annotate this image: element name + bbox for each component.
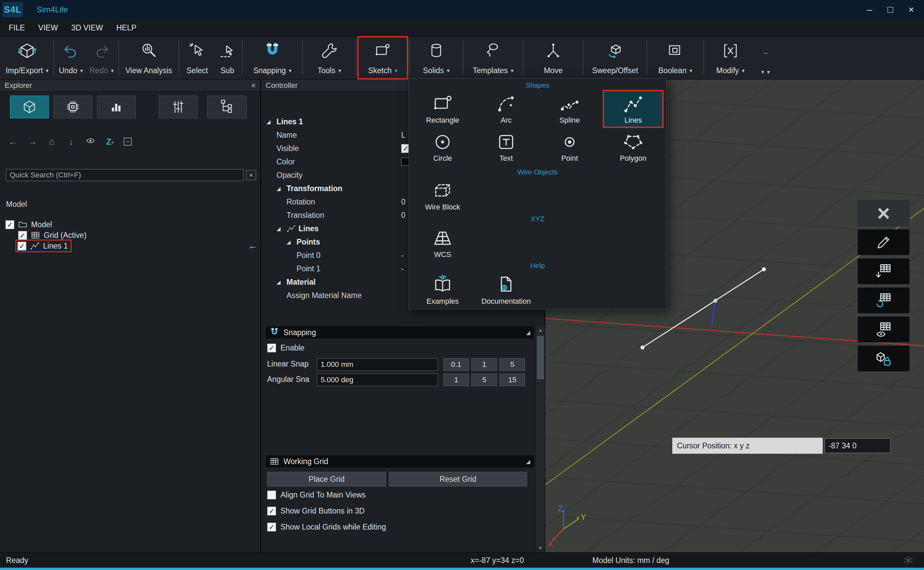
line-point-1[interactable]	[762, 267, 766, 271]
line-point-0[interactable]	[640, 345, 645, 349]
grid-reset-button[interactable]	[858, 287, 910, 313]
tree-row-lines-1[interactable]: ✓ Lines 1	[15, 241, 72, 251]
home-icon[interactable]: ⌂	[46, 136, 57, 147]
checkbox[interactable]: ✓	[267, 343, 276, 352]
chevron-down-icon[interactable]: ▾	[690, 67, 692, 74]
grid-place-button[interactable]	[858, 258, 910, 284]
prop-value[interactable]: 0	[401, 211, 405, 220]
expander-icon[interactable]: ◢	[266, 119, 276, 125]
chevron-down-icon[interactable]: ▾	[767, 69, 770, 75]
clear-search-icon[interactable]: ×	[246, 170, 256, 180]
angular-step-button[interactable]: 1	[443, 374, 469, 386]
checkbox[interactable]: ✓	[5, 220, 14, 229]
menu-item-examples[interactable]: Examples	[413, 272, 472, 308]
toolbar-boolean[interactable]: Boolean▾	[649, 37, 702, 79]
quick-search-input[interactable]	[6, 169, 243, 181]
collapse-all-icon[interactable]: −	[124, 138, 132, 146]
expander-icon[interactable]: ◢	[276, 225, 287, 232]
angular-snap-field[interactable]: 5.000 deg	[317, 374, 438, 386]
menu-item-documentation[interactable]: Documentation	[476, 272, 536, 308]
menu-item-arc[interactable]: Arc	[476, 90, 536, 127]
cancel-edit-button[interactable]: ×	[858, 200, 910, 226]
chevron-down-icon[interactable]: ▾	[395, 67, 398, 74]
checkbox[interactable]: ✓	[267, 490, 276, 500]
toolbar-redo[interactable]: Redo▾	[86, 37, 117, 79]
menu-item-circle[interactable]: Circle	[413, 129, 472, 165]
toolbar-select[interactable]: Select	[181, 37, 214, 79]
menu-item-wire-block[interactable]: Wire Block	[413, 178, 472, 214]
checkbox[interactable]: ✓	[267, 507, 276, 516]
toolbar-modify[interactable]: Modify▾	[705, 37, 755, 79]
toolbar-undo[interactable]: Undo▾	[55, 37, 86, 79]
menu-item-point[interactable]: Point	[540, 129, 599, 165]
prop-value[interactable]: -	[401, 264, 404, 273]
chevron-down-icon[interactable]: ▾	[80, 67, 83, 74]
down-arrow-icon[interactable]: ↓	[66, 136, 77, 147]
toolbar-solids[interactable]: Solids▾	[411, 37, 461, 79]
view-button-properties[interactable]	[159, 95, 198, 118]
view-button-model[interactable]	[10, 95, 49, 118]
expander-icon[interactable]: ◢	[526, 458, 530, 465]
prop-value[interactable]: 0	[401, 198, 405, 207]
expander-icon[interactable]: ◢	[526, 329, 530, 336]
menu-file[interactable]: FILE	[9, 23, 25, 32]
prop-value[interactable]: -	[401, 251, 404, 260]
toolbar-tools[interactable]: Tools▾	[304, 37, 355, 79]
view-button-analysis[interactable]	[97, 95, 136, 118]
checkbox[interactable]: ✓	[18, 231, 27, 240]
angular-step-button[interactable]: 5	[471, 374, 497, 386]
grid-lock-button[interactable]	[858, 345, 910, 372]
line-mid-point[interactable]	[714, 299, 717, 303]
menu-view[interactable]: VIEW	[38, 23, 58, 32]
toolbar-sweep-offset[interactable]: Sweep/Offset	[585, 37, 645, 79]
menu-item-text[interactable]: Text	[476, 129, 536, 165]
toolbar-snapping[interactable]: Snapping▾	[244, 37, 301, 79]
view-button-tree[interactable]	[207, 95, 247, 118]
menu-item-wcs[interactable]: WCS	[413, 225, 472, 262]
show-grid-buttons-option[interactable]: ✓ Show Grid Buttons in 3D	[267, 507, 365, 516]
snapping-section-header[interactable]: Snapping ◢	[265, 326, 534, 339]
menu-3d-view[interactable]: 3D VIEW	[71, 23, 103, 32]
cursor-position-value[interactable]: -87 34 0	[825, 438, 890, 453]
close-panel-icon[interactable]: ×	[251, 81, 256, 90]
scroll-up-icon[interactable]: ▲	[536, 326, 545, 334]
close-icon[interactable]: ×	[909, 5, 914, 15]
menu-item-rectangle[interactable]: Rectangle	[413, 90, 472, 127]
working-grid-section-header[interactable]: Working Grid ◢	[265, 455, 534, 468]
align-grid-option[interactable]: ✓ Align Grid To Main Views	[267, 490, 366, 500]
reset-grid-button[interactable]: Reset Grid	[389, 472, 527, 486]
prop-value[interactable]: L	[401, 131, 405, 139]
sort-z-icon[interactable]: Z▾	[104, 136, 116, 147]
forward-icon[interactable]: →	[27, 136, 38, 147]
edit-pencil-button[interactable]	[858, 229, 910, 255]
tree-row-model[interactable]: ✓ Model	[5, 219, 52, 230]
place-grid-button[interactable]: Place Grid	[267, 472, 386, 486]
menu-item-spline[interactable]: Spline	[540, 90, 599, 127]
expander-icon[interactable]: ◢	[276, 279, 287, 285]
menu-help[interactable]: HELP	[116, 23, 137, 32]
toolbar-imp-export[interactable]: Imp/Export▾	[2, 37, 52, 79]
track-item-icon[interactable]: ←	[248, 241, 258, 251]
chevron-down-icon[interactable]: ▾	[761, 69, 764, 75]
expander-icon[interactable]: ◢	[276, 185, 287, 192]
toolbar-sub-select[interactable]: Sub	[214, 37, 241, 79]
scrollbar[interactable]: ▲ ▼	[535, 326, 545, 552]
show-local-grids-option[interactable]: ✓ Show Local Grids while Editing	[267, 522, 386, 532]
chevron-down-icon[interactable]: ▾	[338, 67, 341, 74]
toolbar-view-analysis[interactable]: View Analysis	[120, 37, 177, 79]
chevron-down-icon[interactable]: ▾	[289, 67, 292, 74]
tree-row-grid[interactable]: ✓ Grid (Active)	[18, 230, 87, 241]
view-button-simulation[interactable]	[54, 95, 92, 118]
menu-item-polygon[interactable]: Polygon	[603, 129, 663, 165]
grid-visibility-button[interactable]	[858, 316, 910, 342]
chevron-down-icon[interactable]: ▾	[742, 67, 744, 74]
back-icon[interactable]: ←	[8, 136, 19, 147]
expander-icon[interactable]: ◢	[287, 239, 296, 245]
toolbar-templates[interactable]: Templates▾	[465, 37, 522, 79]
checkbox[interactable]: ✓	[17, 242, 26, 251]
chevron-down-icon[interactable]: ▾	[111, 67, 114, 74]
scroll-down-icon[interactable]: ▼	[536, 544, 545, 552]
checkbox[interactable]: ✓	[267, 522, 276, 532]
chevron-down-icon[interactable]: ▾	[46, 67, 49, 74]
maximize-icon[interactable]: □	[887, 5, 893, 15]
